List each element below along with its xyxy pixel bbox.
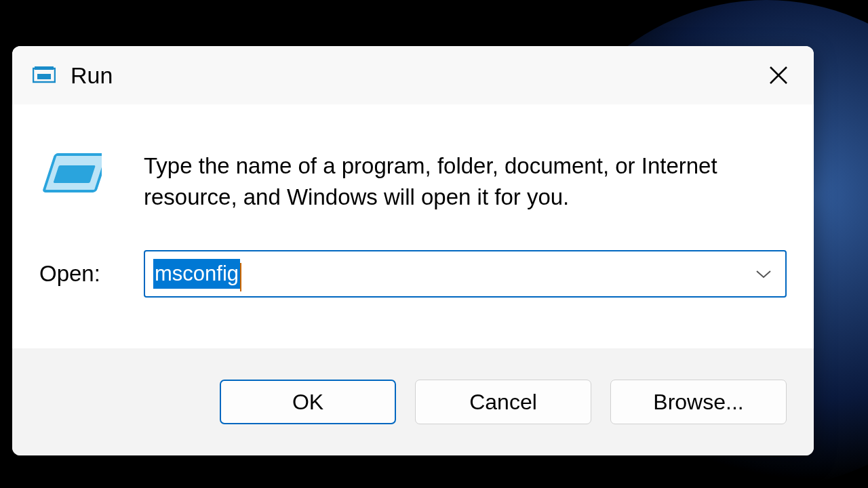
- chevron-down-icon[interactable]: [755, 269, 772, 279]
- button-bar: OK Cancel Browse...: [12, 348, 814, 455]
- run-icon: [39, 150, 102, 197]
- run-dialog: Run Type the name of a program, folder, …: [12, 46, 814, 455]
- close-button[interactable]: [762, 59, 795, 92]
- open-label: Open:: [39, 261, 144, 287]
- svg-rect-6: [53, 165, 95, 183]
- svg-rect-1: [35, 66, 54, 70]
- cancel-button[interactable]: Cancel: [415, 380, 591, 424]
- open-combobox[interactable]: msconfig: [144, 250, 787, 298]
- titlebar: Run: [12, 46, 814, 104]
- dialog-title: Run: [71, 62, 113, 89]
- dialog-content: Type the name of a program, folder, docu…: [12, 104, 814, 348]
- run-titlebar-icon: [33, 66, 56, 85]
- browse-button[interactable]: Browse...: [610, 380, 787, 424]
- text-caret: [240, 263, 241, 291]
- svg-rect-2: [37, 74, 51, 79]
- open-input-value: msconfig: [153, 259, 240, 288]
- dialog-description: Type the name of a program, folder, docu…: [144, 150, 781, 212]
- ok-button[interactable]: OK: [220, 380, 396, 424]
